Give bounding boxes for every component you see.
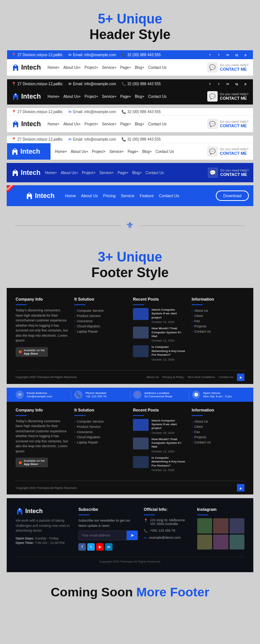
nav-service-6[interactable]: Service: [121, 193, 134, 198]
pinterest-icon[interactable]: p: [243, 52, 248, 58]
nav-project-3[interactable]: Project+: [85, 122, 98, 126]
solution-link-5[interactable]: Laptop Repair: [74, 329, 127, 334]
f2-info-link-3[interactable]: Fax: [192, 429, 244, 435]
facebook-icon-2[interactable]: f: [207, 81, 213, 87]
facebook-icon[interactable]: f: [207, 52, 213, 58]
app-store-btn[interactable]: 🍎 Available on theApp Store: [16, 347, 48, 357]
nav-blog-2[interactable]: Blog+: [135, 94, 144, 99]
nav-blog-1[interactable]: Blog+: [135, 65, 144, 70]
nav-about-5[interactable]: About Us+: [61, 171, 78, 175]
nav-home-3[interactable]: Home+: [48, 122, 60, 126]
f2-sol-link-2[interactable]: Product Service: [74, 424, 127, 429]
f2-sol-link-5[interactable]: Laptop Repair: [74, 440, 127, 445]
nav-service-5[interactable]: Service+: [99, 171, 114, 175]
li-social-btn[interactable]: in: [105, 543, 113, 551]
nav-about-2[interactable]: About Us+: [64, 94, 81, 99]
f2-info-link-1[interactable]: About Us: [192, 419, 244, 424]
nav-about-4[interactable]: About Us+: [71, 150, 88, 154]
logo-1[interactable]: Intech: [12, 63, 41, 71]
solution-link-2[interactable]: Product Service: [74, 313, 127, 318]
nav-project-4[interactable]: Project+: [92, 150, 106, 154]
nav-home-2[interactable]: Home+: [48, 94, 60, 99]
linkedin-icon[interactable]: in: [225, 52, 231, 58]
f2-info-link-4[interactable]: Projects: [192, 435, 244, 440]
contact-me-4[interactable]: 💬 Do you need Help? CONTACT ME: [207, 146, 248, 157]
twitter-icon-2[interactable]: t: [216, 81, 222, 87]
bottom-link-privacy[interactable]: Privacy & Policy: [162, 375, 183, 379]
nav-contact-1[interactable]: Contact Us: [148, 65, 166, 70]
insta-thumb-6[interactable]: [230, 535, 245, 550]
nav-page-1[interactable]: Page+: [120, 65, 131, 70]
logo-3[interactable]: Intech: [12, 120, 41, 128]
insta-thumb-5[interactable]: [213, 535, 228, 550]
nav-home-4[interactable]: Home+: [55, 150, 67, 154]
f2-sol-link-1[interactable]: Computer Service: [74, 419, 127, 424]
contact-me-2[interactable]: 💬 Do you need Help? CONTACT ME: [207, 91, 248, 102]
f2-info-link-5[interactable]: Contact Us: [192, 440, 244, 445]
twitter-icon[interactable]: t: [216, 52, 222, 58]
info-link-3[interactable]: Fax: [192, 318, 244, 324]
fb-social-btn[interactable]: f: [78, 543, 86, 551]
nav-service-3[interactable]: Service+: [102, 122, 116, 126]
info-link-2[interactable]: Client: [192, 313, 244, 318]
nav-service-2[interactable]: Service+: [102, 94, 116, 99]
scroll-top-btn-2[interactable]: ▲: [237, 484, 244, 491]
nav-contact-5[interactable]: Contact Us: [146, 171, 164, 175]
bottom-link-contact[interactable]: Contact Us: [218, 375, 233, 379]
contact-me-1[interactable]: 💬 Do you need Help? CONTACT ME: [207, 62, 248, 73]
scroll-top-btn-1[interactable]: ▲: [237, 374, 244, 381]
contact-me-5[interactable]: 💬 Do you need Help? CONTACT ME: [208, 167, 249, 178]
nav-contact-6[interactable]: Contact Us: [159, 193, 179, 198]
logo-4[interactable]: Intech: [11, 147, 40, 156]
f2-sol-link-3[interactable]: Assurance: [74, 429, 127, 435]
nav-project-1[interactable]: Project+: [85, 65, 98, 70]
nav-contact-4[interactable]: Contact Us: [156, 150, 174, 154]
nav-blog-4[interactable]: Blog+: [142, 150, 152, 154]
nav-about-1[interactable]: About Us+: [64, 65, 81, 70]
nav-page-5[interactable]: Page+: [118, 171, 129, 175]
nav-page-2[interactable]: Page+: [120, 94, 131, 99]
logo-2[interactable]: Intech: [12, 92, 41, 100]
solution-link-4[interactable]: Cloud Migration: [74, 324, 127, 329]
nav-home-6[interactable]: Home: [65, 193, 76, 198]
f2-info-link-2[interactable]: Client: [192, 424, 244, 429]
nav-project-2[interactable]: Project+: [85, 94, 98, 99]
nav-about-6[interactable]: About Us: [81, 193, 98, 198]
subscribe-button[interactable]: ➤: [127, 531, 138, 540]
nav-blog-3[interactable]: Blog+: [135, 122, 144, 126]
linkedin-icon-2[interactable]: in: [225, 81, 231, 87]
insta-thumb-1[interactable]: [197, 518, 212, 534]
solution-link-3[interactable]: Assurance: [74, 318, 127, 324]
nav-contact-2[interactable]: Contact Us: [148, 94, 166, 99]
contact-me-3[interactable]: 💬 Do you need Help? CONTACT ME: [207, 119, 248, 129]
nav-page-4[interactable]: Page+: [128, 150, 139, 154]
pinterest-icon-2[interactable]: p: [243, 81, 248, 87]
nav-page-3[interactable]: Page+: [120, 122, 131, 126]
nav-home-1[interactable]: Home+: [48, 65, 60, 70]
logo-6[interactable]: Intech: [25, 192, 55, 200]
yt-social-btn[interactable]: ▶: [96, 543, 104, 551]
nav-feature-6[interactable]: Feature: [140, 193, 154, 198]
info-link-1[interactable]: About Us: [192, 308, 244, 313]
subscribe-input[interactable]: [78, 531, 127, 540]
nav-project-5[interactable]: Project+: [82, 171, 96, 175]
insta-thumb-3[interactable]: [230, 518, 245, 534]
insta-thumb-2[interactable]: [213, 518, 228, 534]
tw-social-btn[interactable]: t: [87, 543, 95, 551]
nav-contact-3[interactable]: Contact Us: [148, 122, 166, 126]
download-button[interactable]: Download: [216, 190, 249, 201]
nav-service-4[interactable]: Service+: [109, 150, 124, 154]
nav-home-5[interactable]: Home+: [45, 171, 57, 175]
bottom-link-about[interactable]: About Us: [146, 375, 159, 379]
f3-logo[interactable]: Intech: [16, 507, 72, 515]
nav-pricing-6[interactable]: Pricing: [103, 193, 116, 198]
instagram-icon-2[interactable]: ig: [234, 81, 240, 87]
nav-about-3[interactable]: About Us+: [64, 122, 81, 126]
nav-blog-5[interactable]: Blog+: [132, 171, 142, 175]
logo-5[interactable]: Intech: [11, 169, 40, 177]
bottom-link-terms[interactable]: Term And Conditions: [188, 375, 215, 379]
f2-sol-link-4[interactable]: Cloud Migration: [74, 435, 127, 440]
instagram-icon[interactable]: ig: [234, 52, 240, 58]
info-link-4[interactable]: Projects: [192, 324, 244, 329]
solution-link-1[interactable]: Computer Service: [74, 308, 127, 313]
